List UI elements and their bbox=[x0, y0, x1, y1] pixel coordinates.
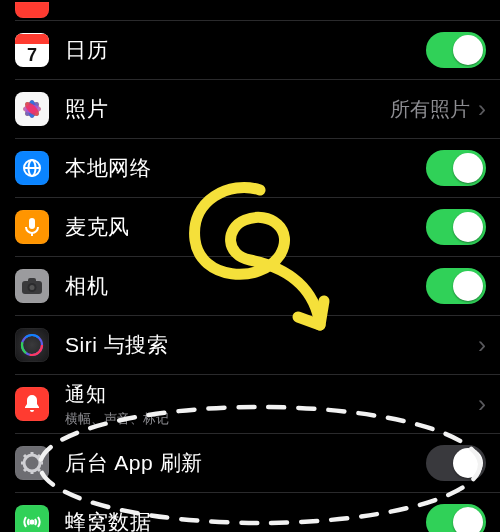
row-siri-search[interactable]: Siri 与搜索 › bbox=[15, 316, 500, 375]
row-cutoff-top[interactable] bbox=[15, 0, 500, 21]
row-label: 麦克风 bbox=[65, 213, 426, 241]
siri-icon bbox=[15, 328, 49, 362]
unknown-icon bbox=[15, 2, 49, 18]
cellular-icon bbox=[15, 505, 49, 532]
row-sublabel: 横幅、声音、标记 bbox=[65, 410, 476, 428]
svg-line-26 bbox=[24, 455, 27, 458]
row-label: Siri 与搜索 bbox=[65, 331, 476, 359]
photos-icon bbox=[15, 92, 49, 126]
svg-line-29 bbox=[37, 455, 40, 458]
row-label: 蜂窝数据 bbox=[65, 508, 426, 532]
chevron-right-icon: › bbox=[478, 333, 486, 357]
chevron-right-icon: › bbox=[478, 97, 486, 121]
microphone-icon bbox=[15, 210, 49, 244]
photos-value: 所有照片 bbox=[390, 96, 470, 123]
svg-point-16 bbox=[30, 285, 35, 290]
camera-icon bbox=[15, 269, 49, 303]
row-label: 照片 bbox=[65, 95, 390, 123]
row-label: 通知 bbox=[65, 381, 476, 408]
calendar-icon: 7 bbox=[15, 33, 49, 67]
row-photos[interactable]: 照片 所有照片 › bbox=[15, 80, 500, 139]
microphone-toggle[interactable] bbox=[426, 209, 486, 245]
row-background-refresh[interactable]: 后台 App 刷新 bbox=[15, 434, 500, 493]
background-refresh-toggle[interactable] bbox=[426, 445, 486, 481]
svg-line-28 bbox=[24, 468, 27, 471]
notifications-icon bbox=[15, 387, 49, 421]
settings-list: 7 日历 bbox=[15, 0, 500, 532]
row-microphone[interactable]: 麦克风 bbox=[15, 198, 500, 257]
row-calendar[interactable]: 7 日历 bbox=[15, 21, 500, 80]
settings-app-permissions-screen: 7 日历 bbox=[0, 0, 500, 532]
calendar-toggle[interactable] bbox=[426, 32, 486, 68]
row-label: 相机 bbox=[65, 272, 426, 300]
row-camera[interactable]: 相机 bbox=[15, 257, 500, 316]
local-network-toggle[interactable] bbox=[426, 150, 486, 186]
gear-icon bbox=[15, 446, 49, 480]
row-label: 日历 bbox=[65, 36, 426, 64]
row-label: 后台 App 刷新 bbox=[65, 449, 426, 477]
svg-point-31 bbox=[30, 520, 33, 523]
local-network-icon bbox=[15, 151, 49, 185]
row-local-network[interactable]: 本地网络 bbox=[15, 139, 500, 198]
row-notifications[interactable]: 通知 横幅、声音、标记 › bbox=[15, 375, 500, 434]
row-cellular-data[interactable]: 蜂窝数据 bbox=[15, 493, 500, 532]
camera-toggle[interactable] bbox=[426, 268, 486, 304]
chevron-right-icon: › bbox=[478, 392, 486, 416]
svg-rect-11 bbox=[29, 218, 35, 229]
svg-line-27 bbox=[37, 468, 40, 471]
row-label: 本地网络 bbox=[65, 154, 426, 182]
svg-rect-14 bbox=[28, 278, 36, 283]
cellular-toggle[interactable] bbox=[426, 504, 486, 532]
svg-point-30 bbox=[29, 460, 35, 466]
